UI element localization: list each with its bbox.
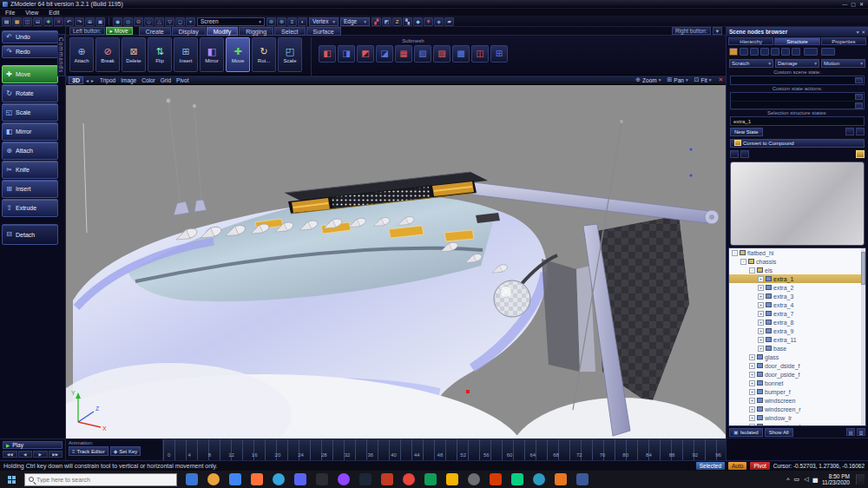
state-tool-icon[interactable] — [845, 128, 854, 135]
undo-button[interactable]: ↶ Undo — [2, 30, 58, 43]
toolbar-icon[interactable]: ◩ — [382, 17, 391, 26]
auto-toggle[interactable]: Auto — [728, 462, 746, 470]
start-button[interactable] — [2, 471, 21, 488]
toolbar-icon[interactable]: ▤ — [2, 17, 11, 26]
panel-close-icon[interactable]: ✕ — [861, 30, 865, 35]
toolbar-icon[interactable]: △ — [155, 17, 164, 26]
tree-scrollbar[interactable] — [861, 248, 865, 425]
toolbar-icon[interactable]: ◐ — [298, 17, 307, 26]
expander-icon[interactable]: + — [749, 380, 755, 386]
step-forward-button[interactable]: ▶ — [33, 451, 48, 458]
viewport-toggle[interactable]: Image — [121, 77, 136, 83]
state-menu-button[interactable]: Motion ▾ — [821, 59, 865, 68]
search-input[interactable] — [36, 477, 158, 483]
structure-state-button[interactable] — [729, 48, 738, 56]
toolbar-icon[interactable]: ▣ — [95, 17, 105, 26]
submesh-icon-button[interactable]: ◨ — [338, 45, 355, 63]
expander-icon[interactable]: + — [758, 276, 764, 282]
submesh-icon-button[interactable]: ◪ — [376, 45, 393, 63]
structure-state-button[interactable] — [771, 48, 779, 56]
toolbar-icon[interactable]: ⊟ — [33, 17, 43, 26]
toolbar-icon[interactable]: ▾ — [186, 17, 195, 26]
expander-icon[interactable]: + — [758, 311, 764, 317]
viewport-toggle[interactable]: Tripod — [100, 77, 115, 83]
redo-button[interactable]: ↷ Redo — [2, 45, 58, 58]
taskbar-app-icon[interactable] — [316, 473, 328, 485]
state-action-row[interactable] — [731, 93, 864, 102]
detach-button[interactable]: ⊟ Detach — [2, 224, 58, 245]
ribbon-button[interactable]: ⇅ Flip — [148, 37, 172, 72]
submesh-icon-button[interactable]: ◫ — [471, 45, 489, 63]
taskbar-app-icon[interactable] — [186, 473, 198, 485]
tree-node[interactable]: + door_pside_f — [729, 370, 865, 379]
state-item[interactable]: extra_1 — [733, 119, 751, 124]
tree-node[interactable]: + window_lr — [729, 413, 865, 422]
expander-icon[interactable]: - — [732, 250, 738, 256]
structure-state-button[interactable] — [740, 48, 748, 56]
tool-button[interactable]: ↻ Rotate — [2, 84, 58, 102]
expander-icon[interactable]: + — [749, 363, 755, 369]
toolbar-icon[interactable]: ✕ — [54, 17, 63, 26]
toolbar-icon[interactable]: ▼ — [424, 17, 433, 26]
minimize-icon[interactable]: — — [842, 1, 847, 8]
expander-icon[interactable]: + — [758, 346, 764, 352]
ribbon-button[interactable]: ⊕ Attach — [69, 37, 94, 72]
expander-icon[interactable]: + — [758, 328, 764, 334]
isolated-toggle[interactable]: ▣ Isolated — [729, 428, 763, 437]
taskbar-app-icon[interactable] — [446, 473, 458, 485]
volume-icon[interactable]: ◁ — [804, 476, 808, 483]
toolbar-icon[interactable]: ◻ — [175, 17, 185, 26]
ribbon-button[interactable]: ◰ Scale — [278, 37, 302, 72]
expander-icon[interactable]: - — [749, 267, 755, 274]
view-type-button[interactable]: 3D — [69, 76, 83, 84]
expander-icon[interactable]: + — [749, 424, 755, 427]
viewport-toggle[interactable]: Pivot — [176, 77, 188, 83]
tree-node[interactable]: + windscreen — [729, 396, 865, 405]
expander-icon[interactable]: + — [749, 406, 755, 412]
mode-tab[interactable]: Create — [139, 27, 171, 36]
left-button-tool[interactable]: ▸ Move — [106, 27, 133, 35]
commands-panel-tab[interactable]: Commands — [57, 34, 65, 76]
viewport-toggle[interactable]: Color — [141, 77, 155, 83]
expander-icon[interactable]: + — [758, 320, 764, 326]
prev-view-icon[interactable]: ◂ — [86, 77, 89, 83]
viewport-close-icon[interactable]: ✕ — [719, 76, 723, 83]
taskbar-app-icon[interactable] — [229, 473, 241, 485]
state-tool-icon[interactable] — [856, 128, 865, 135]
state-action-button[interactable] — [855, 94, 863, 100]
show-all-button[interactable]: Show All — [765, 428, 793, 437]
custom-scene-state-select[interactable] — [730, 76, 865, 85]
expander-icon[interactable]: + — [749, 415, 755, 421]
toolbar-icon[interactable]: ≡ — [287, 17, 297, 26]
taskbar-app-icon[interactable] — [424, 473, 437, 485]
screen-dropdown[interactable]: Screen ▾ — [197, 17, 265, 26]
right-button-dropdown[interactable]: ▾ — [713, 27, 722, 35]
panel-tab[interactable]: Hierarchy — [728, 37, 773, 45]
tree-node[interactable]: + door_dside_f — [729, 361, 865, 370]
toolbar-icon[interactable]: ◉ — [113, 17, 122, 26]
toolbar-icon[interactable]: ▰ — [444, 17, 454, 26]
viewport-toggle[interactable]: Grid — [161, 77, 171, 83]
tree-node[interactable]: + bumper_f — [729, 387, 865, 396]
new-state-button[interactable]: New State — [730, 128, 763, 136]
state-action-button[interactable] — [855, 102, 863, 109]
toolbar-icon[interactable]: ⊞ — [85, 17, 95, 26]
tree-node[interactable]: + extra_2 — [729, 283, 865, 292]
close-icon[interactable]: ✕ — [859, 1, 864, 8]
panel-tab[interactable]: Properties — [821, 37, 866, 45]
compound-gold-icon[interactable] — [856, 150, 865, 158]
toolbar-icon[interactable]: ◎ — [123, 17, 133, 26]
taskbar-app-icon[interactable] — [273, 473, 285, 485]
taskbar-app-icon[interactable] — [576, 473, 589, 485]
step-back-button[interactable]: ◀ — [18, 451, 33, 458]
toolbar-icon[interactable]: ▞ — [372, 17, 381, 26]
tree-scrollbar-thumb[interactable] — [861, 252, 865, 285]
toolbar-icon[interactable]: ▦ — [12, 17, 22, 26]
tool-button[interactable]: ◧ Mirror — [2, 122, 58, 141]
mode-tab[interactable]: Rigging — [239, 27, 273, 36]
tree-node[interactable]: + extra_11 — [729, 335, 865, 344]
tool-button[interactable]: ⊞ Insert — [2, 180, 58, 198]
toolbar-icon[interactable]: ⊚ — [266, 17, 276, 26]
panel-tab[interactable]: Structure — [774, 37, 819, 45]
mode-tab[interactable]: Modify — [207, 27, 239, 36]
